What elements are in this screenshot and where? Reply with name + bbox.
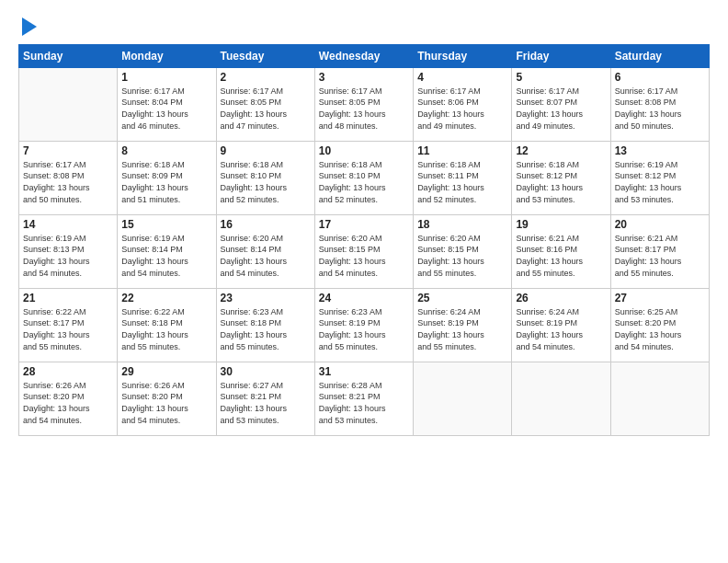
calendar-header-row: SundayMondayTuesdayWednesdayThursdayFrid… xyxy=(19,44,710,67)
day-number: 5 xyxy=(516,71,606,84)
day-number: 9 xyxy=(221,144,311,157)
calendar-day-cell: 20Sunrise: 6:21 AMSunset: 8:17 PMDayligh… xyxy=(610,214,709,288)
day-info: Sunrise: 6:20 AMSunset: 8:15 PMDaylight:… xyxy=(319,233,409,279)
day-number: 14 xyxy=(23,218,113,231)
day-info: Sunrise: 6:23 AMSunset: 8:18 PMDaylight:… xyxy=(221,306,311,352)
day-info: Sunrise: 6:27 AMSunset: 8:21 PMDaylight:… xyxy=(221,380,311,426)
day-info: Sunrise: 6:17 AMSunset: 8:06 PMDaylight:… xyxy=(417,86,507,132)
day-info: Sunrise: 6:26 AMSunset: 8:20 PMDaylight:… xyxy=(23,380,113,426)
calendar-day-cell xyxy=(610,362,709,435)
day-info: Sunrise: 6:23 AMSunset: 8:19 PMDaylight:… xyxy=(319,306,409,352)
day-info: Sunrise: 6:26 AMSunset: 8:20 PMDaylight:… xyxy=(121,380,211,426)
day-number: 16 xyxy=(221,218,311,231)
calendar-day-cell: 28Sunrise: 6:26 AMSunset: 8:20 PMDayligh… xyxy=(19,362,118,435)
calendar-day-cell: 21Sunrise: 6:22 AMSunset: 8:17 PMDayligh… xyxy=(19,288,118,362)
day-number: 1 xyxy=(121,71,211,84)
calendar-day-cell: 23Sunrise: 6:23 AMSunset: 8:18 PMDayligh… xyxy=(216,288,314,362)
calendar-week-row: 21Sunrise: 6:22 AMSunset: 8:17 PMDayligh… xyxy=(19,288,710,362)
day-info: Sunrise: 6:17 AMSunset: 8:05 PMDaylight:… xyxy=(319,86,409,132)
calendar-week-row: 14Sunrise: 6:19 AMSunset: 8:13 PMDayligh… xyxy=(19,214,710,288)
day-info: Sunrise: 6:22 AMSunset: 8:18 PMDaylight:… xyxy=(121,306,211,352)
day-number: 11 xyxy=(417,144,507,157)
weekday-header-thursday: Thursday xyxy=(414,44,512,67)
calendar-day-cell: 14Sunrise: 6:19 AMSunset: 8:13 PMDayligh… xyxy=(19,214,118,288)
day-info: Sunrise: 6:18 AMSunset: 8:10 PMDaylight:… xyxy=(319,159,409,205)
day-info: Sunrise: 6:17 AMSunset: 8:08 PMDaylight:… xyxy=(23,159,113,205)
day-info: Sunrise: 6:19 AMSunset: 8:12 PMDaylight:… xyxy=(615,159,705,205)
day-number: 6 xyxy=(615,71,705,84)
calendar-day-cell: 31Sunrise: 6:28 AMSunset: 8:21 PMDayligh… xyxy=(314,362,413,435)
calendar-day-cell: 5Sunrise: 6:17 AMSunset: 8:07 PMDaylight… xyxy=(512,67,610,141)
calendar-day-cell: 10Sunrise: 6:18 AMSunset: 8:10 PMDayligh… xyxy=(314,141,413,214)
calendar-day-cell: 12Sunrise: 6:18 AMSunset: 8:12 PMDayligh… xyxy=(512,141,610,214)
day-info: Sunrise: 6:21 AMSunset: 8:17 PMDaylight:… xyxy=(615,233,705,279)
logo-arrow-icon xyxy=(22,17,37,36)
day-info: Sunrise: 6:17 AMSunset: 8:08 PMDaylight:… xyxy=(615,86,705,132)
page: SundayMondayTuesdayWednesdayThursdayFrid… xyxy=(0,0,728,563)
day-number: 15 xyxy=(121,218,211,231)
day-number: 22 xyxy=(121,292,211,304)
day-number: 24 xyxy=(319,292,409,304)
day-number: 31 xyxy=(319,365,409,378)
day-number: 29 xyxy=(121,365,211,378)
calendar-day-cell: 3Sunrise: 6:17 AMSunset: 8:05 PMDaylight… xyxy=(314,67,413,141)
weekday-header-wednesday: Wednesday xyxy=(314,44,413,67)
calendar-day-cell: 27Sunrise: 6:25 AMSunset: 8:20 PMDayligh… xyxy=(610,288,709,362)
calendar-week-row: 1Sunrise: 6:17 AMSunset: 8:04 PMDaylight… xyxy=(19,67,710,141)
day-number: 8 xyxy=(121,144,211,157)
day-number: 21 xyxy=(23,292,113,304)
calendar-day-cell xyxy=(19,67,118,141)
day-info: Sunrise: 6:20 AMSunset: 8:14 PMDaylight:… xyxy=(221,233,311,279)
day-number: 23 xyxy=(221,292,311,304)
calendar-day-cell: 2Sunrise: 6:17 AMSunset: 8:05 PMDaylight… xyxy=(216,67,314,141)
weekday-header-sunday: Sunday xyxy=(19,44,118,67)
day-number: 20 xyxy=(615,218,705,231)
weekday-header-friday: Friday xyxy=(512,44,610,67)
calendar-day-cell: 16Sunrise: 6:20 AMSunset: 8:14 PMDayligh… xyxy=(216,214,314,288)
calendar-day-cell: 1Sunrise: 6:17 AMSunset: 8:04 PMDaylight… xyxy=(118,67,216,141)
weekday-header-saturday: Saturday xyxy=(610,44,709,67)
day-info: Sunrise: 6:22 AMSunset: 8:17 PMDaylight:… xyxy=(23,306,113,352)
calendar-day-cell: 30Sunrise: 6:27 AMSunset: 8:21 PMDayligh… xyxy=(216,362,314,435)
day-info: Sunrise: 6:19 AMSunset: 8:13 PMDaylight:… xyxy=(23,233,113,279)
weekday-header-tuesday: Tuesday xyxy=(216,44,314,67)
day-info: Sunrise: 6:17 AMSunset: 8:07 PMDaylight:… xyxy=(516,86,606,132)
day-number: 25 xyxy=(417,292,507,304)
calendar-day-cell: 18Sunrise: 6:20 AMSunset: 8:15 PMDayligh… xyxy=(414,214,512,288)
day-info: Sunrise: 6:24 AMSunset: 8:19 PMDaylight:… xyxy=(516,306,606,352)
day-info: Sunrise: 6:18 AMSunset: 8:09 PMDaylight:… xyxy=(121,159,211,205)
day-info: Sunrise: 6:17 AMSunset: 8:04 PMDaylight:… xyxy=(121,86,211,132)
calendar-day-cell: 19Sunrise: 6:21 AMSunset: 8:16 PMDayligh… xyxy=(512,214,610,288)
day-info: Sunrise: 6:25 AMSunset: 8:20 PMDaylight:… xyxy=(615,306,705,352)
day-number: 10 xyxy=(319,144,409,157)
day-number: 12 xyxy=(516,144,606,157)
day-number: 3 xyxy=(319,71,409,84)
logo xyxy=(18,18,37,37)
calendar-day-cell: 13Sunrise: 6:19 AMSunset: 8:12 PMDayligh… xyxy=(610,141,709,214)
day-number: 26 xyxy=(516,292,606,304)
day-number: 18 xyxy=(417,218,507,231)
day-number: 7 xyxy=(23,144,113,157)
calendar-week-row: 28Sunrise: 6:26 AMSunset: 8:20 PMDayligh… xyxy=(19,362,710,435)
calendar-day-cell: 24Sunrise: 6:23 AMSunset: 8:19 PMDayligh… xyxy=(314,288,413,362)
calendar-day-cell: 17Sunrise: 6:20 AMSunset: 8:15 PMDayligh… xyxy=(314,214,413,288)
day-info: Sunrise: 6:17 AMSunset: 8:05 PMDaylight:… xyxy=(221,86,311,132)
day-info: Sunrise: 6:18 AMSunset: 8:12 PMDaylight:… xyxy=(516,159,606,205)
calendar-day-cell: 22Sunrise: 6:22 AMSunset: 8:18 PMDayligh… xyxy=(118,288,216,362)
calendar-day-cell: 9Sunrise: 6:18 AMSunset: 8:10 PMDaylight… xyxy=(216,141,314,214)
header xyxy=(18,15,710,37)
calendar-day-cell: 25Sunrise: 6:24 AMSunset: 8:19 PMDayligh… xyxy=(414,288,512,362)
calendar-day-cell xyxy=(512,362,610,435)
day-info: Sunrise: 6:18 AMSunset: 8:11 PMDaylight:… xyxy=(417,159,507,205)
weekday-header-monday: Monday xyxy=(118,44,216,67)
calendar-day-cell: 26Sunrise: 6:24 AMSunset: 8:19 PMDayligh… xyxy=(512,288,610,362)
day-number: 4 xyxy=(417,71,507,84)
day-info: Sunrise: 6:19 AMSunset: 8:14 PMDaylight:… xyxy=(121,233,211,279)
day-number: 17 xyxy=(319,218,409,231)
day-number: 19 xyxy=(516,218,606,231)
day-number: 27 xyxy=(615,292,705,304)
day-info: Sunrise: 6:21 AMSunset: 8:16 PMDaylight:… xyxy=(516,233,606,279)
calendar-day-cell: 29Sunrise: 6:26 AMSunset: 8:20 PMDayligh… xyxy=(118,362,216,435)
calendar-day-cell: 8Sunrise: 6:18 AMSunset: 8:09 PMDaylight… xyxy=(118,141,216,214)
calendar-day-cell: 15Sunrise: 6:19 AMSunset: 8:14 PMDayligh… xyxy=(118,214,216,288)
